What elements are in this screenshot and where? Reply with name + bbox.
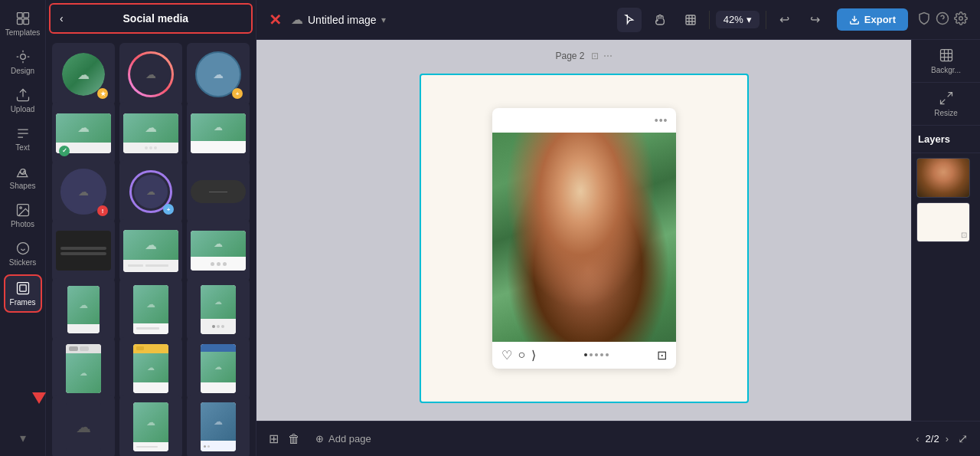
share-icon[interactable]: ⟩ [531,348,536,363]
comment-icon[interactable]: ○ [518,348,526,362]
sidebar-item-upload[interactable]: Upload [4,83,42,118]
doc-info: ☁ Untitled image ▾ [291,12,386,27]
left-toolbar: Templates Design Upload Text Shapes [0,0,46,456]
frames-grid: ☁ ★ ☁ ☁ + [46,37,256,456]
frame-portrait-multi[interactable]: ☁ [187,278,250,341]
sidebar-item-text[interactable]: Text [4,121,42,156]
instagram-card: ••• ♡ ○ ⟩ [492,108,676,369]
frame-cloud-2[interactable]: ☁ [119,395,182,456]
page-counter: 2/2 [926,433,939,445]
frame-portrait-plain[interactable]: ☁ [52,278,115,341]
help-icon[interactable] [936,11,949,28]
frame-landscape-dots[interactable]: ☁ [187,219,250,282]
svg-point-4 [20,54,25,60]
sidebar-item-photos[interactable]: Photos [4,198,42,233]
svg-point-15 [959,16,963,20]
frame-oval-pill[interactable]: —— [187,160,250,223]
top-right-icons [917,11,968,28]
dot-2 [590,353,593,356]
svg-rect-3 [23,19,28,25]
frame-dark-landscape[interactable] [52,219,115,282]
export-button[interactable]: Export [837,8,908,31]
fullscreen-icon[interactable]: ⤢ [958,431,968,446]
right-panel: Backgr... Resize Layers ⊡ [911,40,980,421]
resize-tool[interactable]: Resize [912,83,980,126]
doc-title[interactable]: Untitled image [308,14,377,26]
frame-circle-blue[interactable]: ☁ + [187,43,250,106]
insta-more-dots[interactable]: ••• [655,114,668,126]
sidebar-item-stickers-label: Stickers [9,258,37,267]
frame-landscape-card[interactable]: ☁ [119,102,182,165]
panel-header: ‹ Social media [49,3,253,34]
back-button[interactable]: ‹ [60,12,64,25]
resize-label: Resize [934,109,958,117]
zoom-control[interactable]: 42% ▾ [716,11,760,28]
frame-cloud-1[interactable]: ☁ [52,395,115,456]
layer-blank-item[interactable]: ⊡ [916,202,970,242]
delete-page-icon[interactable]: 🗑 [288,432,300,446]
frame-circle-avatar[interactable]: ☁ ★ [52,43,115,106]
canvas-wrapper: Page 2 ⊡ ⋯ ••• ♡ [256,40,911,421]
sidebar-item-design-label: Design [11,67,34,75]
sidebar-item-templates-label: Templates [5,28,41,37]
svg-rect-10 [17,283,28,294]
frame-cloud-3[interactable]: ☁ [187,395,250,456]
add-page-button[interactable]: ⊕ Add page [309,430,377,448]
hand-tool[interactable] [648,8,672,32]
main-area: ✕ ☁ Untitled image ▾ [256,0,980,456]
dot-1 [584,353,587,356]
frame-landscape-portrait[interactable]: ☁ [119,219,182,282]
frame-tab-portrait-2[interactable]: ☁ [119,337,182,400]
frame-tab-portrait-1[interactable]: ☁ [52,337,115,400]
app-logo[interactable]: ✕ [269,11,282,29]
insta-photo[interactable] [492,133,676,342]
sidebar-item-templates[interactable]: Templates [4,6,42,41]
layers-section: ⊡ [912,153,980,247]
settings-icon[interactable] [954,11,968,28]
dot-3 [595,353,598,356]
background-tool[interactable]: Backgr... [912,40,980,83]
like-icon[interactable]: ♡ [501,348,512,363]
doc-caret-icon[interactable]: ▾ [381,15,386,25]
frame-landscape-small[interactable]: ☁ [187,102,250,165]
sidebar-expand[interactable]: ▾ [4,426,42,450]
bottom-bar: ⊞ 🗑 ⊕ Add page ‹ 2/2 › ⤢ [256,421,980,456]
background-label: Backgr... [931,66,961,74]
page-icon-2[interactable]: ⋯ [603,51,612,61]
frame-tab-portrait-3[interactable]: ☁ [187,337,250,400]
page-label-text: Page 2 [555,51,584,61]
add-page-icon: ⊕ [315,433,324,445]
shield-icon[interactable] [917,11,931,28]
carousel-dots [542,353,650,356]
svg-rect-11 [19,285,25,291]
page-navigation: ‹ 2/2 › [916,433,949,445]
sidebar-item-frames[interactable]: Frames [4,274,42,313]
svg-rect-2 [17,19,22,25]
redo-button[interactable]: ↪ [803,8,828,32]
undo-button[interactable]: ↩ [773,8,797,32]
sidebar-item-shapes[interactable]: Shapes [4,159,42,195]
sidebar-item-stickers[interactable]: Stickers [4,236,42,271]
sidebar-item-shapes-label: Shapes [10,182,36,190]
frame-circle-red-badge[interactable]: ☁ ! [52,160,115,223]
sidebar-item-upload-label: Upload [11,105,35,113]
frame-circle-gradient-ring[interactable]: ☁ [119,43,182,106]
svg-point-9 [17,243,28,254]
layer-photo-item[interactable] [916,158,970,198]
prev-page-button[interactable]: ‹ [916,433,919,445]
topbar: ✕ ☁ Untitled image ▾ [256,0,980,40]
grid-view-icon[interactable]: ⊞ [269,431,279,446]
frame-portrait-card[interactable]: ☁ [119,278,182,341]
page-icon-1[interactable]: ⊡ [591,51,599,61]
canvas-frame[interactable]: ••• ♡ ○ ⟩ [420,74,749,403]
frame-circle-purple-ring[interactable]: ☁ + [119,160,182,223]
svg-rect-0 [17,13,22,18]
frame-tool[interactable] [678,8,703,32]
bookmark-icon[interactable]: ⊡ [657,348,667,363]
page-label: Page 2 ⊡ ⋯ [555,51,612,61]
sidebar-item-design[interactable]: Design [4,44,42,80]
frame-landscape-checkmark[interactable]: ☁ ✓ [52,102,115,165]
select-tool[interactable] [617,8,642,32]
next-page-button[interactable]: › [946,433,949,445]
zoom-caret: ▾ [746,14,752,25]
